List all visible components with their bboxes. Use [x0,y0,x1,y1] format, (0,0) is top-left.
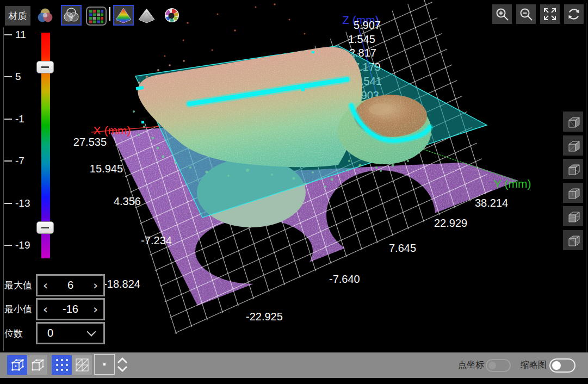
rgb-venn-icon[interactable] [36,7,54,27]
min-increment-icon[interactable]: › [88,304,103,315]
colorbar-tick: -7 [4,155,24,167]
svg-text:4.356: 4.356 [114,195,141,207]
zoom-out-button[interactable] [516,4,536,24]
zoom-in-button[interactable] [492,4,512,24]
colorbar-tick: -13 [4,197,30,209]
spinner-icon[interactable] [115,354,129,375]
colorbar-tick: -19 [4,239,30,251]
chevron-down-icon [87,327,96,336]
svg-text:7.645: 7.645 [389,242,416,254]
thumbnail-toggle[interactable] [549,358,575,373]
view-cube-2[interactable] [563,135,583,156]
min-value: -16 [53,303,88,315]
svg-text:27.535: 27.535 [73,136,107,148]
view-cube-3[interactable] [563,159,583,179]
svg-text:-7.234: -7.234 [141,234,172,246]
view-cube-5[interactable] [563,206,583,226]
max-value-label: 最大值 [4,279,32,292]
cube-icon[interactable] [27,355,47,375]
color-wheel-icon[interactable] [164,8,180,25]
material-button[interactable]: 材质 [5,6,30,26]
min-value-label: 最小值 [4,303,32,315]
min-decrement-icon[interactable]: ‹ [38,304,53,315]
svg-text:-7.640: -7.640 [329,273,360,285]
max-increment-icon[interactable]: › [88,280,103,292]
max-decrement-icon[interactable]: ‹ [38,280,53,292]
reset-view-button[interactable] [564,4,584,24]
bayer-grid-icon[interactable] [86,7,107,26]
svg-text:1.545: 1.545 [348,33,375,45]
point-coord-toggle[interactable] [486,359,511,372]
view-cube-6[interactable] [563,230,583,250]
svg-text:22.929: 22.929 [434,217,467,229]
cyan-noise-dot [312,51,314,53]
svg-text:15.945: 15.945 [90,163,123,175]
scan-noise-points [164,3,306,57]
min-value-stepper[interactable]: ‹ -16 › [36,298,105,320]
point-coord-label: 点坐标 [458,352,484,378]
colorbar-tick: 11 [4,29,26,41]
svg-text:-18.824: -18.824 [103,278,140,290]
mesh-grid-icon[interactable] [72,355,92,375]
max-value: 6 [53,279,88,292]
svg-text:38.214: 38.214 [475,197,508,209]
chevron-down-icon[interactable] [117,366,128,373]
view-cube-4[interactable] [563,183,583,203]
app-window: Z (mm) 5.907 1.545 -2.817 -7.179 -11.541… [0,0,588,384]
cube-points-icon[interactable] [7,355,27,375]
color-scale-lower-handle[interactable] [36,221,54,234]
svg-text:-22.925: -22.925 [246,311,283,323]
colorbar-tick: 5 [4,71,21,83]
digits-value: 0 [38,327,88,339]
left-panel-border [3,27,4,351]
point-size-box-icon[interactable] [94,354,115,375]
digits-dropdown[interactable]: 0 [36,322,105,344]
gray-surface-icon[interactable] [137,7,156,26]
thumbnail-label: 缩略图 [521,352,547,378]
toolbar-divider [109,7,110,21]
fit-view-button[interactable] [540,4,560,24]
y-axis-label: Y (mm) [494,177,531,190]
x-axis-label: X (mm) [94,124,131,137]
gray-venn-icon[interactable] [61,5,82,26]
color-scale-upper-handle[interactable] [36,61,54,73]
dot-grid-icon[interactable] [52,355,72,375]
right-panel-border [586,3,586,352]
chevron-up-icon[interactable] [117,357,128,364]
rainbow-surface-icon[interactable] [113,5,134,26]
digits-label: 位数 [4,327,23,340]
view-cube-1[interactable] [563,112,583,132]
colorbar-tick: -1 [4,113,24,125]
svg-text:5.907: 5.907 [354,19,381,31]
max-value-stepper[interactable]: ‹ 6 › [36,274,105,296]
material-button-label: 材质 [9,10,27,22]
